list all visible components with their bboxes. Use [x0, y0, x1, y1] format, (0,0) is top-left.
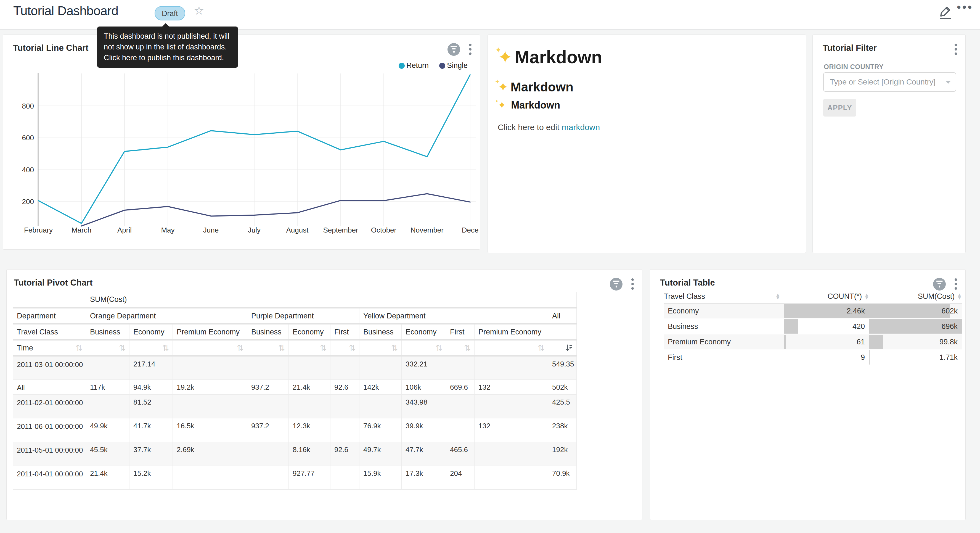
pivot-cell: 49.9k [86, 418, 129, 442]
table-row[interactable]: Economy2.46k602k [664, 303, 962, 319]
kebab-menu-icon[interactable] [953, 43, 958, 56]
table-cell-travel-class: First [664, 350, 784, 365]
x-axis-label: February [24, 226, 53, 234]
pivot-cell: 204 [446, 466, 474, 490]
applied-filters-icon[interactable] [447, 43, 460, 56]
publish-tooltip: This dashboard is not published, it will… [97, 27, 238, 68]
markdown-h3: ✦✦ Markdown [498, 99, 560, 111]
table-header-sum[interactable]: SUM(Cost)▲▼ [869, 292, 962, 301]
sort-icon[interactable]: ⇅ [237, 344, 245, 352]
origin-country-select[interactable]: Type or Select [Origin Country] [823, 72, 956, 92]
draft-badge[interactable]: Draft [154, 6, 185, 21]
x-axis-label: April [117, 226, 132, 234]
x-axis-label: November [410, 226, 444, 234]
applied-filters-icon[interactable] [933, 278, 946, 290]
kebab-menu-icon[interactable] [468, 43, 473, 56]
x-axis-label: May [161, 226, 175, 234]
pivot-cell: 16.5k [173, 418, 247, 442]
more-options-button[interactable]: ••• [957, 0, 973, 14]
pivot-corner-cell [13, 292, 86, 308]
table-cell-count: 61 [784, 334, 869, 349]
sort-icon[interactable]: ⇅ [119, 344, 127, 352]
pivot-cell [331, 466, 360, 490]
pivot-cell: 45.5k [86, 442, 129, 466]
pivot-metric-header: SUM(Cost) [86, 292, 577, 308]
table-row[interactable]: First91.71k [664, 350, 962, 365]
sort-icon[interactable]: ⇅ [76, 344, 84, 352]
pivot-row: 2011-04-01 00:00:0021.4k15.2k927.7715.9k… [13, 466, 577, 490]
pivot-row: 2011-05-01 00:00:0045.5k37.7k2.69k8.16k9… [13, 442, 577, 466]
applied-filters-icon[interactable] [610, 278, 622, 290]
pivot-col-header: Business [247, 324, 289, 340]
pivot-cell [331, 395, 360, 418]
pivot-chart-title: Tutorial Pivot Chart [14, 278, 92, 288]
sort-icon[interactable]: ⇅ [538, 344, 546, 352]
pivot-cell: 238k [548, 418, 577, 442]
table-header-travel-class[interactable]: Travel Class▲▼ [664, 292, 784, 301]
pivot-cell [360, 356, 402, 380]
edit-dashboard-button[interactable] [937, 3, 953, 20]
table-cell-travel-class: Premium Economy [664, 334, 784, 349]
cell-bar [784, 350, 784, 365]
table-card-title: Tutorial Table [660, 278, 715, 288]
sort-icon[interactable]: ⇅ [349, 344, 357, 352]
top-bar: Tutorial Dashboard Draft ☆ ••• [0, 0, 980, 30]
sort-icon[interactable]: ⇅ [162, 344, 170, 352]
pivot-cell: 41.7k [129, 418, 173, 442]
table-row[interactable]: Business420696k [664, 319, 962, 334]
pivot-cell: 132 [474, 418, 548, 442]
sort-icon[interactable]: ⇅ [278, 344, 286, 352]
pivot-cell [86, 356, 129, 380]
pivot-sort-cell [548, 340, 577, 356]
pivot-cell: 502k [548, 380, 577, 395]
page-title: Tutorial Dashboard [13, 3, 118, 18]
sort-icon: ▲▼ [958, 293, 961, 299]
y-axis-label: 200 [22, 198, 34, 206]
markdown-card[interactable]: ✦✦Markdown ✦✦Markdown ✦✦ Markdown Click … [487, 35, 806, 253]
pivot-cell: 106k [402, 380, 446, 395]
kebab-menu-icon[interactable] [953, 277, 958, 291]
pivot-cell [331, 356, 360, 380]
sort-icon[interactable]: ⇅ [436, 344, 444, 352]
x-axis-label: Dece [462, 226, 479, 234]
cell-bar [869, 350, 870, 365]
pivot-cell: 47.7k [402, 442, 446, 466]
pivot-row: 2011-03-01 00:00:00217.14332.21549.35 [13, 356, 577, 380]
kebab-menu-icon[interactable] [630, 277, 635, 291]
favorite-star-icon[interactable]: ☆ [194, 4, 204, 18]
markdown-edit-link[interactable]: markdown [562, 123, 600, 132]
sort-icon[interactable]: ⇅ [391, 344, 399, 352]
pivot-cell [289, 395, 331, 418]
pivot-cell: 94.9k [129, 380, 173, 395]
pivot-cell: 669.6 [446, 380, 474, 395]
pivot-sort-cell: ⇅ [402, 340, 446, 356]
pencil-icon [937, 3, 953, 20]
table-cell-count: 420 [784, 319, 869, 334]
pivot-col-group: Purple Department [247, 308, 360, 324]
pivot-cell [173, 395, 247, 418]
data-table: Travel Class▲▼COUNT(*)▲▼SUM(Cost)▲▼Econo… [664, 290, 962, 365]
table-header-count[interactable]: COUNT(*)▲▼ [784, 292, 869, 301]
sort-desc-icon[interactable] [565, 344, 574, 352]
table-row[interactable]: Premium Economy6199.8k [664, 334, 962, 350]
table-cell-sum: 99.8k [869, 334, 962, 349]
origin-country-label: ORIGIN COUNTRY [824, 63, 884, 71]
apply-button[interactable]: APPLY [823, 99, 856, 116]
sort-icon[interactable]: ⇅ [320, 344, 328, 352]
table-cell-sum: 696k [869, 319, 962, 334]
pivot-cell: 142k [360, 380, 402, 395]
y-axis-label: 400 [22, 166, 34, 174]
pivot-cell: 37.7k [129, 442, 173, 466]
pivot-row-header: All [13, 380, 86, 395]
table-cell-travel-class: Business [664, 319, 784, 334]
pivot-cell [474, 356, 548, 380]
line-chart-svg: 200400600800FebruaryMarchAprilMayJuneJul… [3, 35, 480, 249]
ellipsis-icon: ••• [957, 0, 973, 14]
chevron-down-icon [946, 81, 951, 84]
pivot-sort-cell: ⇅ [173, 340, 247, 356]
pivot-col-header: Business [86, 324, 129, 340]
x-axis-label: July [248, 226, 261, 234]
pivot-sort-cell: ⇅ [446, 340, 474, 356]
sort-icon[interactable]: ⇅ [464, 344, 472, 352]
table-cell-count: 9 [784, 350, 869, 365]
